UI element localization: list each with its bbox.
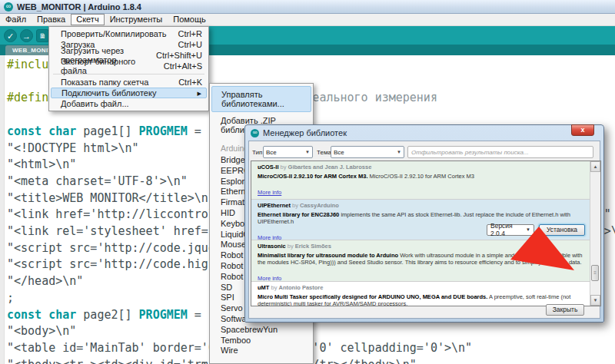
window-title: WEB_MONITOR | Arduino 1.8.4 [17, 2, 141, 12]
upload-icon[interactable]: → [20, 29, 33, 42]
menu-item-label: Экспорт бинарного файла [61, 57, 164, 75]
sketch-menu-dropdown: Проверить/КомпилироватьCtrl+RЗагрузкаCtr… [48, 26, 209, 111]
topic-filter-select[interactable]: Все ▼ [331, 146, 404, 158]
scrollbar-thumb[interactable]: ≡ [591, 265, 599, 281]
scroll-up-icon[interactable]: ▲ [590, 161, 600, 172]
menubar-item-2[interactable]: Правка [32, 14, 71, 25]
library-description: MicroC/OS-II 2.92.10 for ARM Cortex M3. … [258, 173, 583, 180]
menubar-item-5[interactable]: Помощь [168, 14, 211, 25]
submenu-item-21[interactable]: Temboo [210, 336, 313, 346]
close-button[interactable]: Закрыть [546, 304, 584, 316]
type-filter-select[interactable]: Все ▼ [263, 146, 313, 158]
submenu-section-header: Recommended библиотек [210, 356, 313, 364]
library-author: Erick Simões [295, 243, 331, 250]
chevron-down-icon: ▼ [305, 150, 310, 154]
menu-shortcut: Ctrl+R [178, 29, 202, 38]
library-entry-title: uMT by Antonio Pastore [258, 284, 583, 292]
dialog-title: Менеджер библиотек [263, 128, 347, 137]
library-name: UIPEthernet [258, 202, 291, 209]
menubar-item-1[interactable]: Файл [0, 14, 32, 25]
title-bar: ∞ WEB_MONITOR | Arduino 1.8.4 [0, 0, 615, 14]
menu-item-label: Показать папку скетча [61, 78, 148, 87]
topic-filter-label: Тема [317, 149, 331, 156]
editor-gutter [0, 55, 5, 364]
chevron-down-icon: ▼ [397, 150, 401, 154]
scroll-down-icon[interactable]: ▼ [590, 295, 600, 306]
scrollbar[interactable]: ▲ ≡ ▼ [590, 161, 600, 306]
library-by: by [269, 284, 278, 291]
more-info-link[interactable]: More info [258, 189, 281, 197]
menu-item-4[interactable]: Экспорт бинарного файлаCtrl+Alt+S [49, 61, 208, 71]
library-entry-umt[interactable]: uMT by Antonio PastoreMicro Multi Tasker… [251, 282, 590, 306]
menubar-item-4[interactable]: Инструменты [105, 14, 168, 25]
library-entry-title: uCOS-II by Gibartes and Jean J. Labrosse [258, 164, 583, 171]
library-by: by [286, 243, 295, 250]
library-by: by [279, 164, 288, 170]
search-input[interactable] [407, 146, 593, 158]
library-name: Ultrasonic [258, 243, 286, 250]
menubar-item-3[interactable]: Скетч [71, 14, 104, 25]
menu-item-label: Проверить/Компилировать [61, 29, 166, 38]
library-author: Gibartes and Jean J. Labrosse [288, 164, 372, 170]
annotation-arrow-icon [504, 221, 580, 275]
dialog-close-icon[interactable]: x [571, 124, 594, 136]
type-filter-value: Все [266, 149, 277, 156]
dialog-title-bar: ∞ Менеджер библиотек [245, 125, 603, 141]
submenu-item-20[interactable]: SpacebrewYun [210, 325, 313, 336]
menu-bar: ФайлПравкаСкетчИнструментыПомощь [0, 14, 615, 26]
more-info-link[interactable]: More info [258, 275, 281, 282]
menu-item-8[interactable]: Добавить файл... [49, 98, 208, 109]
library-by: by [291, 202, 300, 209]
library-author: CassyArduino [300, 202, 339, 209]
library-entry-ucos-ii[interactable]: uCOS-II by Gibartes and Jean J. Labrosse… [251, 161, 590, 200]
menu-item-7[interactable]: Подключить библиотеку▸ [51, 88, 207, 98]
verify-icon[interactable]: ✓ [4, 29, 17, 42]
menu-shortcut: Ctrl+Alt+S [164, 61, 202, 71]
menu-item-6[interactable]: Показать папку скетчаCtrl+K [49, 77, 208, 88]
menu-item-label: Подключить библиотеку [62, 88, 156, 98]
arduino-dialog-icon: ∞ [251, 129, 259, 137]
new-sketch-icon[interactable]: 🗎 [36, 29, 49, 42]
topic-filter-value: Все [334, 149, 344, 156]
type-filter-label: Тип [252, 149, 262, 156]
library-description: Micro Multi Tasker specifically designed… [258, 293, 583, 306]
library-entry-title: UIPEthernet by CassyArduino [258, 202, 583, 210]
more-info-link[interactable]: More info [258, 234, 281, 240]
menu-shortcut: Ctrl+K [178, 78, 202, 87]
library-name: uCOS-II [258, 164, 279, 170]
library-name: uMT [258, 284, 269, 291]
arduino-app-icon: ∞ [4, 2, 13, 12]
submenu-arrow-icon: ▸ [197, 88, 201, 98]
library-author: Antonio Pastore [279, 284, 324, 291]
menu-item-label: Добавить файл... [61, 99, 129, 108]
submenu-item-1[interactable]: Управлять библиотеками... [211, 86, 311, 112]
submenu-item-22[interactable]: Wire [210, 346, 313, 356]
menu-shortcut: Ctrl+U [178, 40, 202, 49]
menu-item-1[interactable]: Проверить/КомпилироватьCtrl+R [49, 28, 208, 39]
